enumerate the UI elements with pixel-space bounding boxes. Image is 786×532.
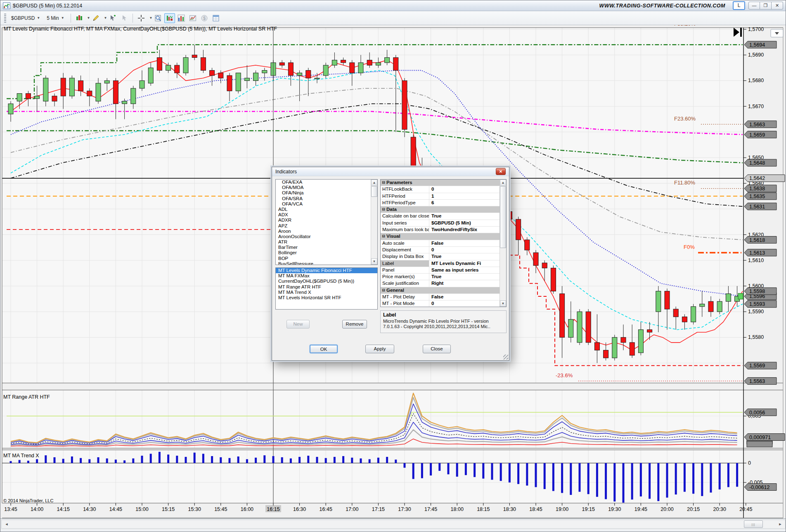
indicator-list-item[interactable]: OFA/Ninja [276, 190, 377, 196]
applied-indicator-item[interactable]: MT MA FXMax [276, 273, 377, 279]
available-indicators-list[interactable]: OFA/EXAOFA/MOAOFA/NinjaOFA/SRAOFA/VCAADL… [275, 179, 378, 265]
indicator-list-item[interactable]: OFA/SRA [276, 196, 377, 201]
snapshot-button[interactable] [187, 13, 198, 23]
applied-indicator-item[interactable]: MT MA Trend X [276, 290, 377, 295]
indicator-list-item[interactable]: ADX [276, 212, 377, 218]
property-value[interactable]: True [429, 274, 500, 280]
indicator-list-item[interactable]: Bollinger [276, 250, 377, 255]
property-value[interactable]: Same as input series [429, 267, 500, 273]
indicator-list-item[interactable]: AroonOscillator [276, 234, 377, 239]
property-row[interactable]: MT - Plot Mode0 [381, 300, 500, 307]
collapse-icon[interactable]: ⊟ [381, 233, 386, 239]
indicator-list-item[interactable]: APZ [276, 223, 377, 229]
market-analyzer-button[interactable] [176, 13, 187, 23]
property-category-row[interactable]: ⊟Visual [381, 233, 500, 240]
collapse-icon[interactable]: ⊟ [381, 206, 386, 213]
scrollbar-thumb[interactable] [371, 186, 377, 197]
property-value[interactable]: True [429, 253, 500, 260]
indicator-list-item[interactable]: BarTimer [276, 245, 377, 250]
property-row[interactable]: Price marker(s)True [381, 274, 500, 280]
property-value[interactable]: 0 [429, 300, 500, 307]
property-value[interactable]: 6 [429, 200, 500, 206]
account-data-button[interactable]: $ [199, 13, 210, 23]
properties-scrollbar[interactable]: ▲ ▼ [500, 180, 506, 307]
scrollbar-thumb[interactable]: ||| [744, 520, 763, 528]
collapse-icon[interactable]: ⊟ [381, 180, 386, 186]
property-value[interactable]: $GBPUSD (5 Min) [429, 220, 500, 226]
available-list-scrollbar[interactable]: ▲ ▼ [371, 180, 377, 265]
drawing-tools-button[interactable] [90, 13, 101, 23]
property-row[interactable]: Scale justificationRight [381, 280, 500, 287]
applied-indicators-list[interactable]: MT Levels Dynamic Fibonacci HTFMT MA FXM… [275, 267, 378, 310]
cursor-mode-button[interactable] [136, 13, 147, 23]
indicator-list-item[interactable]: BuySellPressure [276, 261, 377, 265]
scroll-down-arrow[interactable]: ▼ [371, 258, 377, 265]
add-indicator-button[interactable] [107, 13, 118, 23]
property-value[interactable]: TwoHundredFiftySix [429, 227, 500, 233]
indicator-list-item[interactable]: OFA/EXA [276, 180, 377, 185]
period-dropdown[interactable]: 5 Min ▼ [44, 14, 67, 22]
apply-button[interactable]: Apply [365, 345, 394, 353]
scroll-left-arrow[interactable]: ◄ [3, 521, 10, 527]
dialog-close-button[interactable]: ✕ [496, 168, 506, 175]
applied-indicator-item[interactable]: MT Levels Dynamic Fibonacci HTF [276, 268, 377, 273]
collapse-icon[interactable]: ⊟ [381, 287, 386, 293]
indicator-list-item[interactable]: ATR [276, 239, 377, 245]
minimize-button[interactable]: — [748, 2, 760, 9]
toolbar-grip[interactable] [4, 14, 6, 23]
scroll-up-arrow[interactable]: ▲ [500, 180, 506, 186]
applied-indicator-item[interactable]: MT Range ATR HTF [276, 284, 377, 290]
chevron-down-icon[interactable]: ▼ [87, 16, 90, 20]
resize-grip[interactable] [503, 355, 508, 359]
property-value[interactable]: MT Levels Dynamic Fi [429, 260, 500, 267]
zoom-button[interactable] [153, 13, 163, 23]
indicator-properties-grid[interactable]: ⊟ParametersHTFLookBack0HTFPeriod1HTFPeri… [380, 179, 507, 307]
property-row[interactable]: LabelMT Levels Dynamic Fi [381, 260, 500, 267]
indicator-list-item[interactable]: Aroon [276, 229, 377, 234]
property-row[interactable]: Maximum bars look baTwoHundredFiftySix [381, 227, 500, 233]
property-value[interactable]: 0 [429, 186, 500, 192]
property-value[interactable]: Right [429, 280, 500, 286]
indicator-list-item[interactable]: OFA/MOA [276, 185, 377, 190]
property-row[interactable]: HTFPeriodType6 [381, 200, 500, 206]
property-row[interactable]: Auto scaleFalse [381, 240, 500, 247]
bar-type-button[interactable] [74, 13, 85, 23]
pointer-button[interactable] [119, 13, 130, 23]
data-grid-button[interactable] [211, 13, 221, 23]
scroll-right-arrow[interactable]: ► [777, 521, 784, 527]
property-category-row[interactable]: ⊟General [381, 287, 500, 294]
chevron-down-icon[interactable]: ▼ [104, 16, 107, 20]
l-button[interactable]: L [733, 1, 745, 10]
restore-button[interactable]: ❐ [760, 2, 772, 9]
applied-indicator-item[interactable]: CurrentDayOHL($GBPUSD (5 Min)) [276, 279, 377, 284]
indicator-list-item[interactable]: OFA/VCA [276, 201, 377, 207]
remove-button[interactable]: Remove [342, 320, 367, 329]
property-row[interactable]: Input series$GBPUSD (5 Min) [381, 220, 500, 227]
property-category-row[interactable]: ⊟Data [381, 206, 500, 213]
scrollbar-track[interactable]: ◄ ||| ► [1, 520, 786, 529]
dialog-close-action-button[interactable]: Close [423, 345, 451, 353]
indicator-list-item[interactable]: ADL [276, 207, 377, 212]
indicator-list-item[interactable]: ADXR [276, 218, 377, 223]
dialog-title-bar[interactable]: Indicators ✕ [272, 167, 509, 176]
close-button[interactable]: ✕ [772, 2, 783, 9]
property-value[interactable]: False [429, 240, 500, 246]
property-value[interactable]: True [429, 213, 500, 219]
scroll-down-arrow[interactable]: ▼ [500, 300, 506, 307]
scrollbar-thumb[interactable] [500, 186, 506, 248]
property-value[interactable]: 0 [429, 247, 500, 253]
property-row[interactable]: HTFLookBack0 [381, 186, 500, 193]
applied-indicator-item[interactable]: MT Levels Horizontal SR HTF [276, 295, 377, 300]
property-category-row[interactable]: ⊟Parameters [381, 180, 500, 186]
property-row[interactable]: HTFPeriod1 [381, 193, 500, 200]
property-row[interactable]: Display in Data BoxTrue [381, 253, 500, 260]
property-row[interactable]: PanelSame as input series [381, 267, 500, 274]
chart-trader-button[interactable] [164, 13, 175, 23]
indicator-list-item[interactable]: BOP [276, 256, 377, 261]
new-button[interactable]: New [286, 320, 310, 329]
property-row[interactable]: Calculate on bar closeTrue [381, 213, 500, 220]
ok-button[interactable]: OK [310, 345, 338, 353]
title-bar[interactable]: $GBPUSD (5 Min) 05.12.2014 WWW.TRADING-S… [0, 0, 786, 11]
property-row[interactable]: Displacement0 [381, 247, 500, 253]
instrument-dropdown[interactable]: $GBPUSD ▼ [8, 14, 43, 22]
